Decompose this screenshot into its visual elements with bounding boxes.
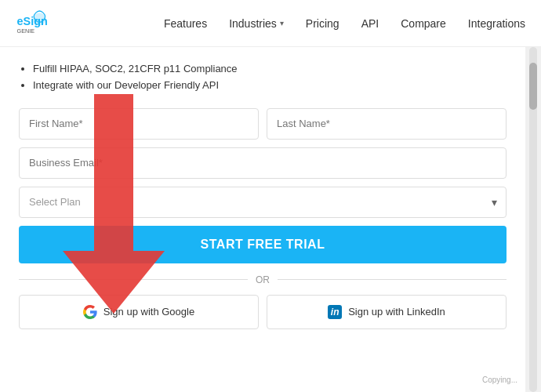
social-buttons-row: Sign up with Google in Sign up with Link… xyxy=(19,295,507,329)
feature-bullets: Fulfill HIPAA, SOC2, 21CFR p11 Complianc… xyxy=(19,61,507,94)
bullet-item: Integrate with our Developer Friendly AP… xyxy=(33,78,507,94)
chevron-down-icon: ▾ xyxy=(280,19,284,27)
svg-text:GENIE: GENIE xyxy=(17,27,35,34)
plan-select-wrap: Select Plan Basic Professional Enterpris… xyxy=(19,187,507,218)
google-button-label: Sign up with Google xyxy=(103,306,194,318)
nav-compare[interactable]: Compare xyxy=(401,17,446,30)
or-divider: OR xyxy=(19,274,507,285)
google-icon xyxy=(83,305,97,319)
linkedin-button-label: Sign up with LinkedIn xyxy=(348,306,445,318)
left-panel: Fulfill HIPAA, SOC2, 21CFR p11 Complianc… xyxy=(0,47,525,392)
main-content: Fulfill HIPAA, SOC2, 21CFR p11 Complianc… xyxy=(0,47,541,392)
scrollbar-thumb[interactable] xyxy=(529,63,537,110)
nav-pricing[interactable]: Pricing xyxy=(306,17,339,30)
last-name-input[interactable] xyxy=(267,108,507,140)
nav-features[interactable]: Features xyxy=(164,17,207,30)
bullet-item: Fulfill HIPAA, SOC2, 21CFR p11 Complianc… xyxy=(33,61,507,78)
copyright-text: Copying... xyxy=(482,376,517,384)
logo[interactable]: eSign GENIE xyxy=(16,8,47,39)
plan-select[interactable]: Select Plan Basic Professional Enterpris… xyxy=(19,187,507,218)
scrollbar-area xyxy=(525,47,541,392)
nav-links: Features Industries ▾ Pricing API Compar… xyxy=(164,17,525,30)
name-row xyxy=(19,108,507,140)
start-free-trial-button[interactable]: START FREE TRIAL xyxy=(19,226,507,263)
nav-industries[interactable]: Industries ▾ xyxy=(229,17,284,30)
divider-line-right xyxy=(278,279,507,280)
linkedin-signup-button[interactable]: in Sign up with LinkedIn xyxy=(267,295,507,329)
email-row xyxy=(19,147,507,179)
nav-integrations[interactable]: Integrations xyxy=(468,17,525,30)
business-email-input[interactable] xyxy=(19,147,507,179)
divider-line-left xyxy=(19,279,248,280)
scrollbar-track[interactable] xyxy=(529,47,537,392)
linkedin-icon: in xyxy=(328,305,342,319)
nav-api[interactable]: API xyxy=(361,17,379,30)
navbar: eSign GENIE Features Industries ▾ Pricin… xyxy=(0,0,541,47)
google-signup-button[interactable]: Sign up with Google xyxy=(19,295,259,329)
or-text: OR xyxy=(256,274,270,285)
first-name-input[interactable] xyxy=(19,108,259,140)
